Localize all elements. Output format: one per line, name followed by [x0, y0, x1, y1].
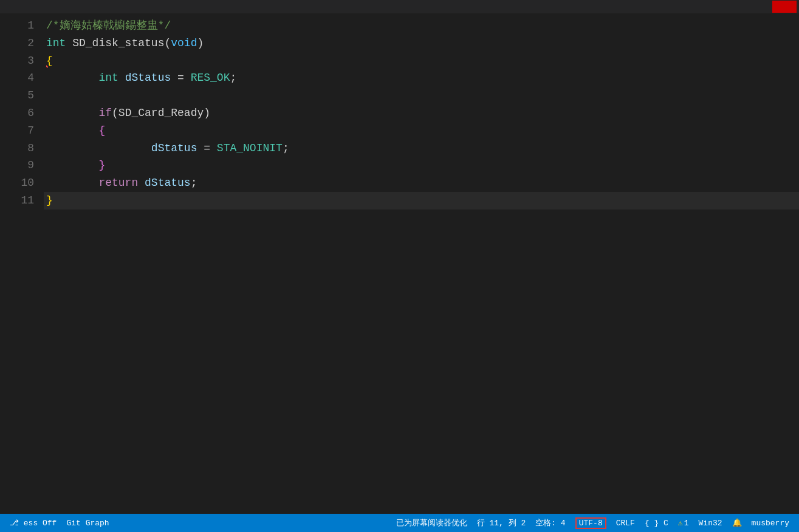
line-number-8: 8: [0, 140, 34, 157]
top-bar: [0, 0, 799, 13]
line-number-11: 11: [0, 192, 34, 210]
accessibility-label: 已为屏幕阅读器优化: [396, 517, 467, 528]
warnings-item[interactable]: ⚠ 1: [673, 514, 694, 532]
code-line-2: int SD_disk_status(void): [44, 35, 799, 52]
notifications-item[interactable]: 🔔: [727, 514, 747, 532]
token: }: [46, 194, 53, 206]
token: dStatus: [118, 72, 177, 84]
language-mode-item[interactable]: { } C: [640, 514, 673, 532]
code-line-7: {: [44, 122, 799, 140]
git-branch-item[interactable]: ⎇ ess Off: [5, 514, 61, 532]
indent-item[interactable]: 空格: 4: [530, 514, 570, 532]
token: RES_OK: [184, 72, 230, 84]
bell-icon: 🔔: [732, 518, 742, 528]
git-graph-label: Git Graph: [66, 519, 109, 528]
token: {: [46, 124, 105, 137]
token: int: [46, 72, 118, 84]
line-numbers: 1234567891011: [0, 16, 44, 514]
line-ending-item[interactable]: CRLF: [611, 514, 640, 532]
token: SD_disk_status(: [66, 37, 171, 49]
code-line-1: /*嫡海姑榛戟櫥錫整盅*/: [44, 17, 799, 35]
token: int: [46, 37, 66, 49]
user-item[interactable]: musberry: [747, 514, 794, 532]
code-content[interactable]: /*嫡海姑榛戟櫥錫整盅*/int SD_disk_status(void){ i…: [44, 16, 799, 514]
code-line-8: dStatus = STA_NOINIT;: [44, 140, 799, 157]
token: dStatus: [46, 142, 204, 154]
token: dStatus: [138, 177, 190, 189]
code-container: 1234567891011 /*嫡海姑榛戟櫥錫整盅*/int SD_disk_s…: [0, 16, 799, 514]
editor-area: 1234567891011 /*嫡海姑榛戟櫥錫整盅*/int SD_disk_s…: [0, 13, 799, 514]
line-number-10: 10: [0, 174, 34, 192]
code-line-9: }: [44, 157, 799, 174]
code-line-4: int dStatus = RES_OK;: [44, 69, 799, 87]
line-number-5: 5: [0, 87, 34, 104]
token: ;: [283, 142, 289, 154]
cursor-position-label: 行 11, 列 2: [477, 517, 526, 528]
token: return: [46, 177, 138, 189]
line-ending-label: CRLF: [616, 519, 635, 528]
line-number-6: 6: [0, 104, 34, 122]
warnings-label: 1: [684, 519, 689, 528]
git-branch-icon: ⎇: [10, 518, 19, 528]
line-number-1: 1: [0, 17, 34, 35]
warning-icon: ⚠: [678, 518, 683, 528]
token: /*嫡海姑榛戟櫥錫整盅*/: [46, 19, 171, 32]
line-number-2: 2: [0, 35, 34, 52]
token: STA_NOINIT: [210, 142, 283, 154]
token: ): [197, 37, 204, 49]
token: =: [204, 142, 210, 154]
platform-item[interactable]: Win32: [694, 514, 727, 532]
code-line-3: {: [44, 52, 799, 70]
code-line-5: [44, 87, 799, 104]
encoding-item[interactable]: UTF-8: [571, 514, 611, 532]
line-number-7: 7: [0, 122, 34, 140]
accessibility-item[interactable]: 已为屏幕阅读器优化: [391, 514, 472, 532]
token: if: [46, 107, 112, 119]
token: {: [46, 55, 53, 67]
code-line-6: if(SD_Card_Ready): [44, 104, 799, 122]
platform-label: Win32: [699, 519, 722, 528]
token: =: [177, 72, 184, 84]
language-mode-label: { } C: [645, 519, 668, 528]
indent-label: 空格: 4: [535, 517, 565, 528]
top-bar-logo: [772, 1, 797, 13]
status-bar: ⎇ ess Off Git Graph 已为屏幕阅读器优化 行 11, 列 2 …: [0, 514, 799, 532]
token: ;: [230, 72, 236, 84]
token: ;: [191, 177, 197, 189]
line-number-4: 4: [0, 69, 34, 87]
git-graph-item[interactable]: Git Graph: [61, 514, 114, 532]
user-label: musberry: [752, 519, 789, 528]
code-line-11: }: [44, 192, 799, 210]
line-number-3: 3: [0, 52, 34, 70]
token: }: [46, 159, 105, 171]
encoding-label: UTF-8: [575, 517, 606, 529]
code-line-10: return dStatus;: [44, 174, 799, 192]
cursor-position-item[interactable]: 行 11, 列 2: [472, 514, 531, 532]
token: void: [171, 37, 197, 49]
token: (SD_Card_Ready): [112, 107, 210, 119]
git-branch-label: ess Off: [24, 519, 57, 528]
line-number-9: 9: [0, 157, 34, 174]
